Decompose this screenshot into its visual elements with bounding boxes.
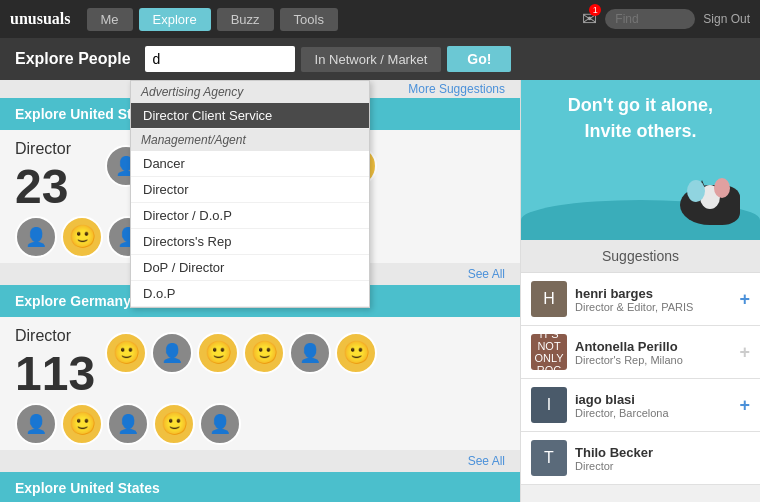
balloon3 [714, 178, 730, 198]
avatar[interactable]: 👤 [107, 403, 149, 445]
avatar[interactable]: 👤 [15, 216, 57, 258]
header: unusuals Me Explore Buzz Tools ✉ 1 Sign … [0, 0, 760, 38]
suggestion-item-3[interactable]: T Thilo Becker Director [521, 432, 760, 485]
explore-people-title: Explore People [15, 50, 131, 68]
suggestion-avatar-2: I [531, 387, 567, 423]
count-de: 113 [15, 350, 95, 398]
suggestion-avatar-3: T [531, 440, 567, 476]
add-suggestion-0[interactable]: + [739, 289, 750, 310]
invite-text-2: Invite others. [536, 121, 745, 142]
avatar[interactable]: 🙂 [243, 332, 285, 374]
suggestion-role-3: Director [575, 460, 742, 472]
avatar[interactable]: 👤 [151, 332, 193, 374]
suggestions-title: Suggestions [521, 240, 760, 273]
dropdown-category-advertising: Advertising Agency [131, 81, 369, 103]
role-label-de: Director [15, 327, 95, 345]
search-bar: Explore People In Network / Market Go! [0, 38, 760, 80]
dropdown-item-dop[interactable]: D.o.P [131, 281, 369, 307]
avatar[interactable]: 🙂 [335, 332, 377, 374]
suggestion-info-1: Antonella Perillo Director's Rep, Milano [575, 339, 731, 366]
invite-banner: Don't go it alone, Invite others. [521, 80, 760, 240]
dropdown-item-director-dop[interactable]: Director / D.o.P [131, 203, 369, 229]
section-header-us2: Explore United States [0, 472, 520, 502]
find-input[interactable] [605, 9, 695, 29]
suggestion-role-0: Director & Editor, PARIS [575, 301, 731, 313]
nav-buzz[interactable]: Buzz [217, 8, 274, 31]
avatar[interactable]: 👤 [289, 332, 331, 374]
suggestion-name-1: Antonella Perillo [575, 339, 731, 354]
invite-text-1: Don't go it alone, [536, 95, 745, 116]
suggestion-item-0[interactable]: H henri barges Director & Editor, PARIS … [521, 273, 760, 326]
suggestion-info-0: henri barges Director & Editor, PARIS [575, 286, 731, 313]
nav-explore[interactable]: Explore [139, 8, 211, 31]
avatar[interactable]: 🙂 [61, 216, 103, 258]
suggestion-item-2[interactable]: I iago blasi Director, Barcelona + [521, 379, 760, 432]
mail-badge: 1 [589, 4, 601, 16]
suggestion-item-1[interactable]: IT'S NOTONLYROC Antonella Perillo Direct… [521, 326, 760, 379]
suggestion-name-2: iago blasi [575, 392, 731, 407]
dropdown-item-directors-rep[interactable]: Directors's Rep [131, 229, 369, 255]
logo: unusuals [10, 10, 71, 28]
count-us1: 23 [15, 163, 95, 211]
balloon2 [687, 180, 705, 202]
avatar[interactable]: 🙂 [197, 332, 239, 374]
dropdown-item-dop-director[interactable]: DoP / Director [131, 255, 369, 281]
autocomplete-dropdown: Advertising Agency Director Client Servi… [130, 80, 370, 308]
see-all-de[interactable]: See All [0, 450, 520, 472]
header-right: ✉ 1 Sign Out [582, 8, 750, 30]
dropdown-item-dancer[interactable]: Dancer [131, 151, 369, 177]
shark-scene [521, 160, 760, 240]
add-suggestion-1: + [739, 342, 750, 363]
mail-icon[interactable]: ✉ 1 [582, 8, 597, 30]
nav-me[interactable]: Me [87, 8, 133, 31]
right-sidebar: Don't go it alone, Invite others. Sugges… [520, 80, 760, 502]
search-input[interactable] [145, 46, 295, 72]
main: More Suggestions Explore United St... Di… [0, 80, 760, 502]
dropdown-category-management: Management/Agent [131, 129, 369, 151]
dropdown-item-director[interactable]: Director [131, 177, 369, 203]
suggestion-info-2: iago blasi Director, Barcelona [575, 392, 731, 419]
avatar[interactable]: 👤 [199, 403, 241, 445]
suggestion-name-0: henri barges [575, 286, 731, 301]
dropdown-item-director-client-service[interactable]: Director Client Service [131, 103, 369, 129]
left-content: More Suggestions Explore United St... Di… [0, 80, 520, 502]
section-de: Director 113 🙂 👤 🙂 🙂 👤 🙂 👤 🙂 👤 🙂 👤 [0, 317, 520, 450]
role-label-us1: Director [15, 140, 95, 158]
location-button[interactable]: In Network / Market [301, 47, 442, 72]
suggestion-avatar-0: H [531, 281, 567, 317]
suggestion-info-3: Thilo Becker Director [575, 445, 742, 472]
avatar[interactable]: 👤 [15, 403, 57, 445]
suggestion-role-1: Director's Rep, Milano [575, 354, 731, 366]
suggestion-avatar-1: IT'S NOTONLYROC [531, 334, 567, 370]
suggestion-name-3: Thilo Becker [575, 445, 742, 460]
suggestion-role-2: Director, Barcelona [575, 407, 731, 419]
avatar[interactable]: 🙂 [105, 332, 147, 374]
avatar[interactable]: 🙂 [61, 403, 103, 445]
add-suggestion-2[interactable]: + [739, 395, 750, 416]
signout-button[interactable]: Sign Out [703, 12, 750, 26]
avatar[interactable]: 🙂 [153, 403, 195, 445]
nav-tools[interactable]: Tools [280, 8, 338, 31]
go-button[interactable]: Go! [447, 46, 511, 72]
